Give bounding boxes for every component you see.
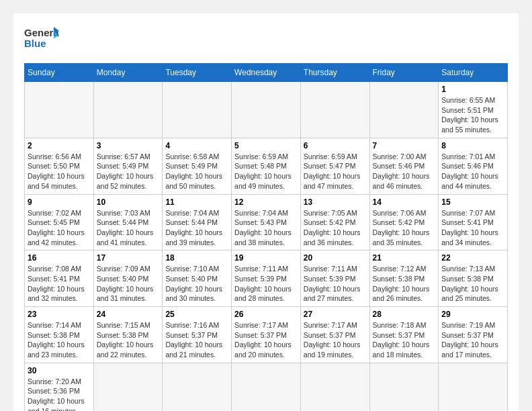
calendar-cell <box>25 82 94 138</box>
day-info: Sunrise: 7:00 AMSunset: 5:46 PMDaylight:… <box>373 152 436 191</box>
calendar-cell <box>232 363 301 411</box>
calendar-cell: 10Sunrise: 7:03 AMSunset: 5:44 PMDayligh… <box>93 194 163 250</box>
logo: General Blue <box>24 24 59 56</box>
day-number: 22 <box>441 253 504 263</box>
day-info: Sunrise: 7:16 AMSunset: 5:37 PMDaylight:… <box>165 320 228 360</box>
calendar-cell: 2Sunrise: 6:56 AMSunset: 5:50 PMDaylight… <box>25 138 94 194</box>
calendar-cell: 23Sunrise: 7:14 AMSunset: 5:38 PMDayligh… <box>25 307 94 363</box>
day-info: Sunrise: 7:01 AMSunset: 5:46 PMDaylight:… <box>441 152 504 191</box>
calendar-cell: 27Sunrise: 7:17 AMSunset: 5:37 PMDayligh… <box>300 307 369 363</box>
calendar-cell <box>439 363 508 411</box>
day-info: Sunrise: 6:59 AMSunset: 5:47 PMDaylight:… <box>304 152 367 191</box>
day-info: Sunrise: 7:17 AMSunset: 5:37 PMDaylight:… <box>304 320 367 360</box>
calendar-week-2: 9Sunrise: 7:02 AMSunset: 5:45 PMDaylight… <box>25 194 508 250</box>
day-info: Sunrise: 6:57 AMSunset: 5:49 PMDaylight:… <box>97 152 160 191</box>
calendar-cell: 15Sunrise: 7:07 AMSunset: 5:41 PMDayligh… <box>439 194 508 250</box>
day-number: 29 <box>441 310 504 319</box>
calendar-cell: 28Sunrise: 7:18 AMSunset: 5:37 PMDayligh… <box>369 307 439 363</box>
logo-icon: General Blue <box>24 24 59 54</box>
calendar-cell: 12Sunrise: 7:04 AMSunset: 5:43 PMDayligh… <box>232 194 301 250</box>
day-info: Sunrise: 6:55 AMSunset: 5:51 PMDaylight:… <box>441 95 504 135</box>
page: General Blue SundayMondayTuesdayWednesda… <box>13 13 519 411</box>
calendar-week-1: 2Sunrise: 6:56 AMSunset: 5:50 PMDaylight… <box>25 138 508 194</box>
day-info: Sunrise: 6:56 AMSunset: 5:50 PMDaylight:… <box>28 152 91 191</box>
day-number: 25 <box>165 310 228 319</box>
day-number: 30 <box>28 366 91 375</box>
calendar-cell: 26Sunrise: 7:17 AMSunset: 5:37 PMDayligh… <box>232 307 301 363</box>
day-info: Sunrise: 7:19 AMSunset: 5:37 PMDaylight:… <box>441 320 504 360</box>
day-number: 3 <box>97 141 160 150</box>
calendar-cell: 5Sunrise: 6:59 AMSunset: 5:48 PMDaylight… <box>232 138 301 194</box>
day-number: 24 <box>97 310 160 319</box>
calendar-cell: 29Sunrise: 7:19 AMSunset: 5:37 PMDayligh… <box>439 307 508 363</box>
calendar-cell <box>163 82 232 138</box>
day-number: 1 <box>441 85 504 94</box>
day-number: 15 <box>441 197 504 207</box>
weekday-header-tuesday: Tuesday <box>163 64 232 82</box>
day-info: Sunrise: 7:04 AMSunset: 5:44 PMDaylight:… <box>165 208 228 248</box>
day-number: 16 <box>28 253 91 263</box>
calendar-cell: 18Sunrise: 7:10 AMSunset: 5:40 PMDayligh… <box>163 250 232 307</box>
calendar-cell: 20Sunrise: 7:11 AMSunset: 5:39 PMDayligh… <box>300 250 369 307</box>
day-number: 11 <box>165 197 228 207</box>
day-info: Sunrise: 7:10 AMSunset: 5:40 PMDaylight:… <box>165 264 228 304</box>
calendar-cell: 8Sunrise: 7:01 AMSunset: 5:46 PMDaylight… <box>439 138 508 194</box>
day-info: Sunrise: 7:20 AMSunset: 5:36 PMDaylight:… <box>28 377 91 411</box>
day-number: 19 <box>234 253 298 263</box>
day-number: 17 <box>97 253 160 263</box>
calendar-cell: 30Sunrise: 7:20 AMSunset: 5:36 PMDayligh… <box>25 363 94 411</box>
calendar-cell: 25Sunrise: 7:16 AMSunset: 5:37 PMDayligh… <box>163 307 232 363</box>
day-info: Sunrise: 7:17 AMSunset: 5:37 PMDaylight:… <box>234 320 298 360</box>
calendar-cell: 1Sunrise: 6:55 AMSunset: 5:51 PMDaylight… <box>439 82 508 138</box>
weekday-header-friday: Friday <box>369 64 439 82</box>
svg-text:Blue: Blue <box>24 38 46 49</box>
calendar-cell <box>300 82 369 138</box>
calendar-cell: 14Sunrise: 7:06 AMSunset: 5:42 PMDayligh… <box>369 194 439 250</box>
day-number: 13 <box>304 197 367 207</box>
calendar-cell: 21Sunrise: 7:12 AMSunset: 5:38 PMDayligh… <box>369 250 439 307</box>
weekday-header-row: SundayMondayTuesdayWednesdayThursdayFrid… <box>25 64 508 82</box>
day-number: 23 <box>28 310 91 319</box>
day-info: Sunrise: 7:06 AMSunset: 5:42 PMDaylight:… <box>373 208 436 248</box>
calendar-week-4: 23Sunrise: 7:14 AMSunset: 5:38 PMDayligh… <box>25 307 508 363</box>
calendar-cell <box>93 82 163 138</box>
weekday-header-monday: Monday <box>93 64 163 82</box>
weekday-header-saturday: Saturday <box>439 64 508 82</box>
day-info: Sunrise: 7:14 AMSunset: 5:38 PMDaylight:… <box>28 320 91 360</box>
day-info: Sunrise: 7:04 AMSunset: 5:43 PMDaylight:… <box>234 208 298 248</box>
calendar-cell <box>300 363 369 411</box>
day-info: Sunrise: 7:11 AMSunset: 5:39 PMDaylight:… <box>304 264 367 304</box>
calendar-cell: 9Sunrise: 7:02 AMSunset: 5:45 PMDaylight… <box>25 194 94 250</box>
day-number: 18 <box>165 253 228 263</box>
day-number: 6 <box>304 141 367 150</box>
day-info: Sunrise: 7:05 AMSunset: 5:42 PMDaylight:… <box>304 208 367 248</box>
day-info: Sunrise: 7:13 AMSunset: 5:38 PMDaylight:… <box>441 264 504 304</box>
day-number: 28 <box>373 310 436 319</box>
weekday-header-thursday: Thursday <box>300 64 369 82</box>
day-info: Sunrise: 7:12 AMSunset: 5:38 PMDaylight:… <box>373 264 436 304</box>
calendar-cell: 13Sunrise: 7:05 AMSunset: 5:42 PMDayligh… <box>300 194 369 250</box>
day-info: Sunrise: 7:02 AMSunset: 5:45 PMDaylight:… <box>28 208 91 248</box>
day-info: Sunrise: 7:11 AMSunset: 5:39 PMDaylight:… <box>234 264 298 304</box>
day-info: Sunrise: 7:18 AMSunset: 5:37 PMDaylight:… <box>373 320 436 360</box>
calendar-cell: 6Sunrise: 6:59 AMSunset: 5:47 PMDaylight… <box>300 138 369 194</box>
calendar-cell: 11Sunrise: 7:04 AMSunset: 5:44 PMDayligh… <box>163 194 232 250</box>
day-number: 21 <box>373 253 436 263</box>
day-info: Sunrise: 7:08 AMSunset: 5:41 PMDaylight:… <box>28 264 91 304</box>
day-number: 14 <box>373 197 436 207</box>
calendar-week-3: 16Sunrise: 7:08 AMSunset: 5:41 PMDayligh… <box>25 250 508 307</box>
day-number: 7 <box>373 141 436 150</box>
day-info: Sunrise: 7:03 AMSunset: 5:44 PMDaylight:… <box>97 208 160 248</box>
day-number: 20 <box>304 253 367 263</box>
calendar-cell <box>232 82 301 138</box>
day-info: Sunrise: 7:09 AMSunset: 5:40 PMDaylight:… <box>97 264 160 304</box>
calendar-cell <box>93 363 163 411</box>
calendar-cell <box>163 363 232 411</box>
calendar-cell: 3Sunrise: 6:57 AMSunset: 5:49 PMDaylight… <box>93 138 163 194</box>
calendar: SundayMondayTuesdayWednesdayThursdayFrid… <box>24 63 508 411</box>
calendar-cell: 24Sunrise: 7:15 AMSunset: 5:38 PMDayligh… <box>93 307 163 363</box>
day-number: 5 <box>234 141 298 150</box>
day-info: Sunrise: 6:59 AMSunset: 5:48 PMDaylight:… <box>234 152 298 191</box>
calendar-cell: 7Sunrise: 7:00 AMSunset: 5:46 PMDaylight… <box>369 138 439 194</box>
day-number: 9 <box>28 197 91 207</box>
